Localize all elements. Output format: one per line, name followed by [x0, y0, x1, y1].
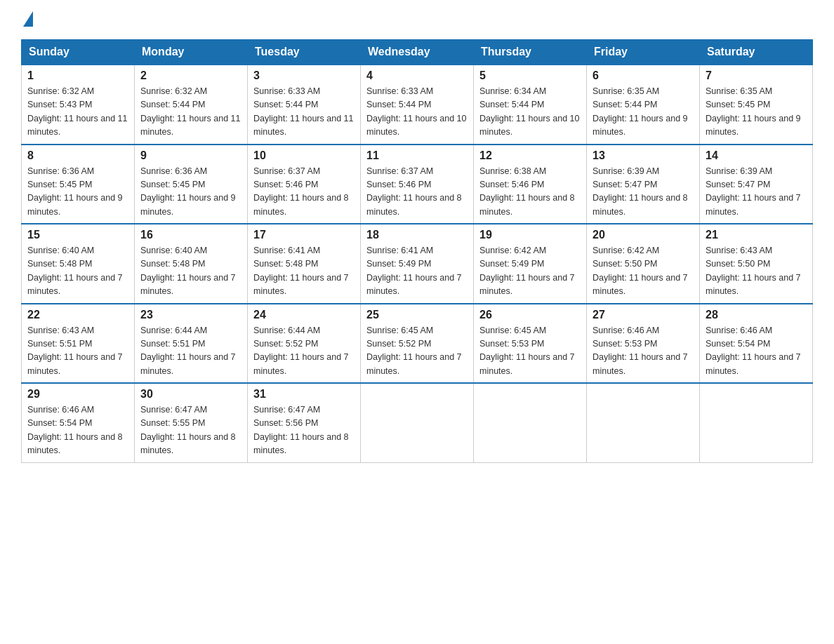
day-info: Sunrise: 6:38 AMSunset: 5:46 PMDaylight:…: [479, 165, 581, 220]
calendar-day-cell: 4Sunrise: 6:33 AMSunset: 5:44 PMDaylight…: [361, 65, 474, 145]
day-info: Sunrise: 6:36 AMSunset: 5:45 PMDaylight:…: [140, 165, 241, 220]
day-info: Sunrise: 6:46 AMSunset: 5:53 PMDaylight:…: [593, 324, 694, 379]
calendar-day-cell: 21Sunrise: 6:43 AMSunset: 5:50 PMDayligh…: [700, 224, 813, 304]
calendar-day-cell: 13Sunrise: 6:39 AMSunset: 5:47 PMDayligh…: [587, 145, 700, 224]
calendar-day-cell: 9Sunrise: 6:36 AMSunset: 5:45 PMDaylight…: [135, 145, 248, 224]
day-number: 23: [140, 309, 241, 321]
calendar-day-cell: 2Sunrise: 6:32 AMSunset: 5:44 PMDaylight…: [135, 65, 248, 145]
day-number: 9: [140, 149, 241, 162]
day-number: 12: [479, 149, 581, 162]
calendar-day-cell: 16Sunrise: 6:40 AMSunset: 5:48 PMDayligh…: [135, 224, 248, 304]
day-info: Sunrise: 6:37 AMSunset: 5:46 PMDaylight:…: [366, 165, 468, 220]
day-number: 22: [27, 309, 128, 321]
calendar-empty-cell: [474, 383, 587, 462]
calendar-day-cell: 30Sunrise: 6:47 AMSunset: 5:55 PMDayligh…: [135, 383, 248, 462]
calendar-day-cell: 24Sunrise: 6:44 AMSunset: 5:52 PMDayligh…: [248, 304, 361, 384]
calendar-day-cell: 29Sunrise: 6:46 AMSunset: 5:54 PMDayligh…: [22, 383, 135, 462]
calendar-day-cell: 31Sunrise: 6:47 AMSunset: 5:56 PMDayligh…: [248, 383, 361, 462]
calendar-day-cell: 22Sunrise: 6:43 AMSunset: 5:51 PMDayligh…: [22, 304, 135, 384]
day-number: 10: [253, 149, 355, 162]
day-info: Sunrise: 6:40 AMSunset: 5:48 PMDaylight:…: [27, 244, 128, 299]
day-info: Sunrise: 6:39 AMSunset: 5:47 PMDaylight:…: [706, 165, 807, 220]
weekday-header-row: SundayMondayTuesdayWednesdayThursdayFrid…: [22, 40, 813, 65]
day-info: Sunrise: 6:47 AMSunset: 5:55 PMDaylight:…: [140, 403, 241, 458]
calendar-table: SundayMondayTuesdayWednesdayThursdayFrid…: [21, 39, 813, 463]
day-number: 14: [706, 149, 807, 162]
logo-triangle-icon: [23, 11, 33, 27]
calendar-week-row: 22Sunrise: 6:43 AMSunset: 5:51 PMDayligh…: [22, 304, 813, 384]
day-info: Sunrise: 6:36 AMSunset: 5:45 PMDaylight:…: [27, 165, 128, 220]
calendar-day-cell: 7Sunrise: 6:35 AMSunset: 5:45 PMDaylight…: [700, 65, 813, 145]
calendar-week-row: 29Sunrise: 6:46 AMSunset: 5:54 PMDayligh…: [22, 383, 813, 462]
calendar-day-cell: 5Sunrise: 6:34 AMSunset: 5:44 PMDaylight…: [474, 65, 587, 145]
weekday-header-saturday: Saturday: [700, 40, 813, 65]
day-number: 20: [593, 229, 694, 241]
calendar-day-cell: 1Sunrise: 6:32 AMSunset: 5:43 PMDaylight…: [22, 65, 135, 145]
day-info: Sunrise: 6:46 AMSunset: 5:54 PMDaylight:…: [27, 403, 128, 458]
calendar-day-cell: 25Sunrise: 6:45 AMSunset: 5:52 PMDayligh…: [361, 304, 474, 384]
day-number: 15: [27, 229, 128, 241]
calendar-empty-cell: [361, 383, 474, 462]
calendar-day-cell: 12Sunrise: 6:38 AMSunset: 5:46 PMDayligh…: [474, 145, 587, 224]
day-info: Sunrise: 6:44 AMSunset: 5:52 PMDaylight:…: [253, 324, 355, 379]
day-info: Sunrise: 6:41 AMSunset: 5:48 PMDaylight:…: [253, 244, 355, 299]
day-number: 11: [366, 149, 468, 162]
weekday-header-thursday: Thursday: [474, 40, 587, 65]
day-number: 29: [27, 388, 128, 401]
calendar-week-row: 1Sunrise: 6:32 AMSunset: 5:43 PMDaylight…: [22, 65, 813, 145]
day-info: Sunrise: 6:34 AMSunset: 5:44 PMDaylight:…: [479, 85, 581, 140]
calendar-day-cell: 14Sunrise: 6:39 AMSunset: 5:47 PMDayligh…: [700, 145, 813, 224]
calendar-day-cell: 8Sunrise: 6:36 AMSunset: 5:45 PMDaylight…: [22, 145, 135, 224]
weekday-header-tuesday: Tuesday: [248, 40, 361, 65]
day-info: Sunrise: 6:35 AMSunset: 5:44 PMDaylight:…: [593, 85, 694, 140]
day-info: Sunrise: 6:32 AMSunset: 5:43 PMDaylight:…: [27, 85, 128, 140]
day-info: Sunrise: 6:46 AMSunset: 5:54 PMDaylight:…: [706, 324, 807, 379]
day-info: Sunrise: 6:45 AMSunset: 5:52 PMDaylight:…: [366, 324, 468, 379]
calendar-day-cell: 27Sunrise: 6:46 AMSunset: 5:53 PMDayligh…: [587, 304, 700, 384]
day-info: Sunrise: 6:44 AMSunset: 5:51 PMDaylight:…: [140, 324, 241, 379]
day-number: 26: [479, 309, 581, 321]
day-number: 27: [593, 309, 694, 321]
day-number: 21: [706, 229, 807, 241]
calendar-day-cell: 18Sunrise: 6:41 AMSunset: 5:49 PMDayligh…: [361, 224, 474, 304]
day-info: Sunrise: 6:33 AMSunset: 5:44 PMDaylight:…: [253, 85, 355, 140]
day-number: 24: [253, 309, 355, 321]
day-info: Sunrise: 6:42 AMSunset: 5:50 PMDaylight:…: [593, 244, 694, 299]
calendar-day-cell: 20Sunrise: 6:42 AMSunset: 5:50 PMDayligh…: [587, 224, 700, 304]
day-info: Sunrise: 6:47 AMSunset: 5:56 PMDaylight:…: [253, 403, 355, 458]
day-number: 13: [593, 149, 694, 162]
day-info: Sunrise: 6:39 AMSunset: 5:47 PMDaylight:…: [593, 165, 694, 220]
weekday-header-wednesday: Wednesday: [361, 40, 474, 65]
day-number: 30: [140, 388, 241, 401]
day-number: 28: [706, 309, 807, 321]
day-number: 1: [27, 69, 128, 82]
day-number: 17: [253, 229, 355, 241]
day-info: Sunrise: 6:37 AMSunset: 5:46 PMDaylight:…: [253, 165, 355, 220]
day-number: 2: [140, 69, 241, 82]
day-info: Sunrise: 6:33 AMSunset: 5:44 PMDaylight:…: [366, 85, 468, 140]
calendar-day-cell: 15Sunrise: 6:40 AMSunset: 5:48 PMDayligh…: [22, 224, 135, 304]
day-number: 19: [479, 229, 581, 241]
weekday-header-friday: Friday: [587, 40, 700, 65]
logo: [21, 14, 33, 27]
calendar-week-row: 8Sunrise: 6:36 AMSunset: 5:45 PMDaylight…: [22, 145, 813, 224]
day-info: Sunrise: 6:43 AMSunset: 5:50 PMDaylight:…: [706, 244, 807, 299]
day-info: Sunrise: 6:42 AMSunset: 5:49 PMDaylight:…: [479, 244, 581, 299]
day-info: Sunrise: 6:40 AMSunset: 5:48 PMDaylight:…: [140, 244, 241, 299]
calendar-day-cell: 19Sunrise: 6:42 AMSunset: 5:49 PMDayligh…: [474, 224, 587, 304]
page-header: [21, 14, 813, 27]
day-number: 6: [593, 69, 694, 82]
day-number: 8: [27, 149, 128, 162]
calendar-day-cell: 17Sunrise: 6:41 AMSunset: 5:48 PMDayligh…: [248, 224, 361, 304]
day-info: Sunrise: 6:35 AMSunset: 5:45 PMDaylight:…: [706, 85, 807, 140]
calendar-day-cell: 10Sunrise: 6:37 AMSunset: 5:46 PMDayligh…: [248, 145, 361, 224]
day-number: 7: [706, 69, 807, 82]
calendar-day-cell: 26Sunrise: 6:45 AMSunset: 5:53 PMDayligh…: [474, 304, 587, 384]
day-number: 3: [253, 69, 355, 82]
weekday-header-monday: Monday: [135, 40, 248, 65]
calendar-day-cell: 11Sunrise: 6:37 AMSunset: 5:46 PMDayligh…: [361, 145, 474, 224]
day-number: 25: [366, 309, 468, 321]
day-info: Sunrise: 6:45 AMSunset: 5:53 PMDaylight:…: [479, 324, 581, 379]
calendar-day-cell: 3Sunrise: 6:33 AMSunset: 5:44 PMDaylight…: [248, 65, 361, 145]
calendar-day-cell: 6Sunrise: 6:35 AMSunset: 5:44 PMDaylight…: [587, 65, 700, 145]
